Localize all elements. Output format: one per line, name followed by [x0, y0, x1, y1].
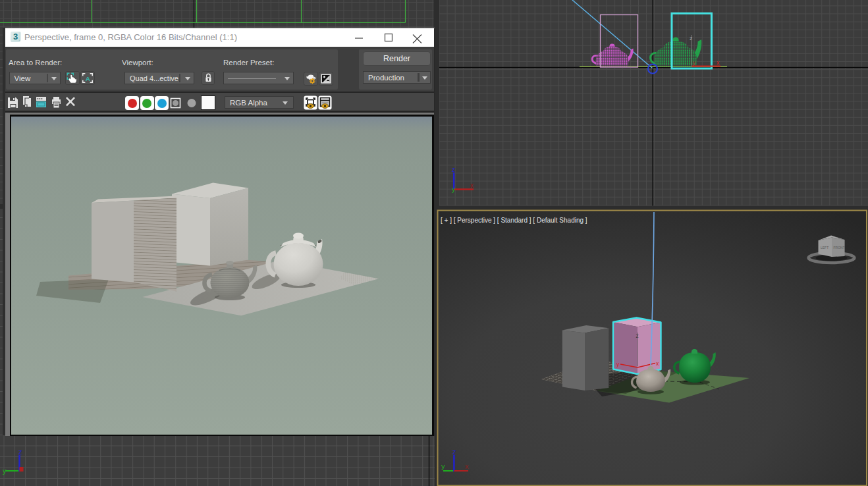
svg-text:x: x — [465, 462, 469, 470]
svg-text:z: z — [636, 333, 639, 339]
svg-text:z: z — [452, 166, 455, 173]
svg-text:FRONT: FRONT — [834, 246, 845, 250]
svg-text:z: z — [18, 448, 22, 456]
svg-text:y: y — [693, 59, 696, 66]
svg-text:y: y — [441, 462, 445, 470]
svg-text:z: z — [452, 448, 456, 456]
svg-text:y: y — [452, 186, 455, 193]
svg-text:[ + ] [ Perspective ] [ Standa: [ + ] [ Perspective ] [ Standard ] [ Def… — [441, 217, 587, 224]
svg-text:A: A — [85, 75, 90, 82]
svg-text:x: x — [717, 59, 720, 66]
svg-text:z: z — [690, 35, 693, 41]
svg-text:x: x — [470, 182, 474, 189]
svg-text:LEFT: LEFT — [821, 246, 828, 250]
svg-text:y: y — [3, 467, 7, 475]
